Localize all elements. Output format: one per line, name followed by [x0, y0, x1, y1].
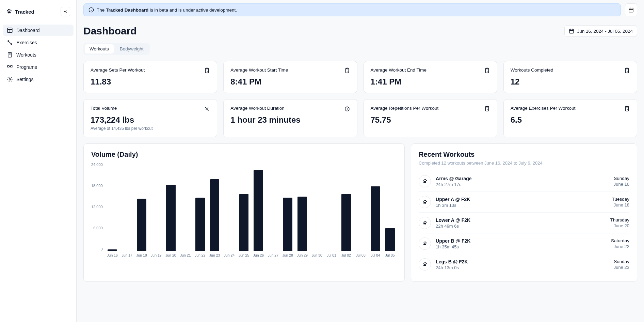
card-value: 75.75 [371, 115, 490, 125]
card-value: 173,224 lbs [91, 115, 210, 125]
workout-date: June 18 [612, 202, 629, 208]
y-tick: 0 [101, 247, 103, 251]
workout-name: Upper A @ F2K [436, 197, 607, 202]
svg-point-46 [424, 221, 425, 222]
svg-point-39 [425, 179, 426, 180]
exercises-icon [7, 40, 13, 46]
recent-subtitle: Completed 12 workouts between June 16, 2… [419, 160, 629, 166]
tab-workouts[interactable]: Workouts [85, 44, 114, 53]
calendar-button[interactable] [625, 3, 637, 16]
workout-date: June 23 [614, 265, 629, 270]
stat-card: Average Sets Per Workout11.83 [83, 61, 217, 93]
stat-card: Workouts Completed12 [503, 61, 637, 93]
svg-rect-11 [11, 66, 12, 67]
bar-col [222, 163, 236, 251]
bar[interactable] [341, 194, 351, 251]
workout-row[interactable]: Arms @ Garage24h 27m 17sSundayJune 16 [419, 171, 629, 191]
x-tick: Jun 18 [135, 253, 149, 257]
workout-name: Lower A @ F2K [436, 217, 606, 223]
clipboard-icon [484, 106, 490, 112]
bar[interactable] [108, 249, 117, 251]
workout-duration: 1h 35m 45s [436, 244, 606, 249]
svg-point-42 [424, 200, 425, 201]
x-tick: Jun 22 [193, 253, 207, 257]
bar[interactable] [385, 228, 395, 251]
bar[interactable] [195, 198, 205, 251]
x-tick: Jun 25 [237, 253, 251, 257]
clipboard-icon [624, 106, 630, 112]
bar-col [266, 163, 280, 251]
card-label: Average Repetitions Per Workout [371, 106, 439, 111]
tab-bodyweight[interactable]: Bodyweight [115, 44, 148, 53]
svg-point-54 [424, 262, 425, 263]
arrows-icon [204, 106, 210, 112]
sidebar-item-workouts[interactable]: Workouts [3, 49, 74, 61]
paw-icon [422, 241, 428, 246]
sidebar: Tracked DashboardExercisesWorkoutsProgra… [0, 0, 77, 322]
bar-col [135, 163, 149, 251]
sidebar-item-programs[interactable]: Programs [3, 61, 74, 73]
workout-name: Legs B @ F2K [436, 259, 609, 264]
recent-workouts-panel: Recent Workouts Completed 12 workouts be… [411, 143, 637, 282]
programs-icon [7, 64, 13, 70]
y-tick: 6,000 [93, 226, 103, 230]
paw-icon [422, 220, 428, 226]
x-tick: Jun 27 [266, 253, 280, 257]
sidebar-item-settings[interactable]: Settings [3, 74, 74, 85]
svg-point-44 [426, 201, 427, 202]
card-value: 12 [511, 77, 630, 87]
svg-point-49 [423, 243, 424, 244]
card-value: 1:41 PM [371, 77, 490, 87]
workout-date: June 22 [611, 244, 629, 249]
banner-link[interactable]: development. [209, 7, 237, 13]
bar-col [281, 163, 295, 251]
bar-col [149, 163, 163, 251]
nav-label: Settings [16, 77, 34, 82]
sidebar-item-exercises[interactable]: Exercises [3, 37, 74, 48]
workout-day: Sunday [614, 259, 629, 264]
workout-avatar [419, 175, 431, 187]
date-range-picker[interactable]: Jun 16, 2024 - Jul 06, 2024 [564, 25, 637, 37]
clipboard-icon [484, 67, 490, 74]
bar[interactable] [239, 194, 249, 251]
card-label: Average Exercises Per Workout [511, 106, 576, 111]
bar[interactable] [297, 197, 307, 251]
dashboard-icon [7, 27, 13, 33]
workout-duration: 1h 3m 13s [436, 203, 607, 208]
svg-point-0 [7, 10, 8, 11]
bar[interactable] [254, 170, 263, 251]
date-range-text: Jun 16, 2024 - Jul 06, 2024 [577, 29, 633, 34]
x-tick: Jun 19 [149, 253, 163, 257]
bar[interactable] [166, 185, 176, 251]
chart-title: Volume (Daily) [91, 151, 397, 158]
app-name: Tracked [15, 9, 34, 15]
bar[interactable] [137, 199, 146, 251]
bar-col [383, 163, 397, 251]
stat-card: Average Repetitions Per Workout75.75 [364, 99, 497, 137]
workout-row[interactable]: Upper B @ F2K1h 35m 45sSaturdayJune 22 [419, 233, 629, 254]
card-value: 8:41 PM [230, 77, 350, 87]
collapse-sidebar-button[interactable] [61, 7, 70, 16]
volume-chart-panel: Volume (Daily) 24,00018,00012,0006,0000 … [83, 143, 405, 282]
bar[interactable] [283, 198, 292, 251]
svg-point-52 [426, 243, 427, 244]
svg-point-48 [426, 222, 427, 223]
nav-label: Dashboard [16, 28, 40, 33]
x-tick: Jun 23 [208, 253, 222, 257]
workout-row[interactable]: Upper A @ F2K1h 3m 13sTuesdayJune 18 [419, 191, 629, 212]
card-label: Average Workout Duration [230, 106, 285, 111]
sidebar-item-dashboard[interactable]: Dashboard [3, 25, 74, 36]
bar-col [252, 163, 265, 251]
workout-day: Tuesday [612, 197, 629, 202]
x-tick: Jul 02 [339, 253, 353, 257]
x-tick: Jun 17 [120, 253, 134, 257]
svg-rect-20 [569, 29, 574, 33]
calendar-icon [628, 7, 634, 13]
bar[interactable] [210, 179, 220, 251]
svg-point-38 [424, 179, 425, 180]
workout-row[interactable]: Legs B @ F2K24h 13m 0sSundayJune 23 [419, 254, 629, 275]
x-tick: Jun 20 [164, 253, 178, 257]
nav-label: Exercises [16, 40, 37, 45]
workout-row[interactable]: Lower A @ F2K22h 49m 6sThursdayJune 20 [419, 212, 629, 233]
bar[interactable] [371, 186, 380, 251]
